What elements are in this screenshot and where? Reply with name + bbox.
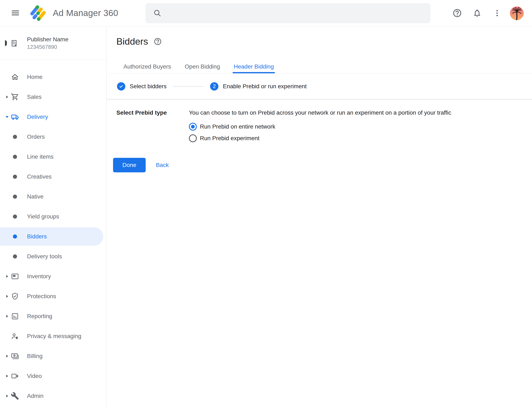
back-button[interactable]: Back (156, 162, 169, 168)
bullet-icon (11, 193, 19, 201)
step-enable-prebid[interactable]: 2 Enable Prebid or run experiment (210, 82, 306, 91)
sidebar-item-delivery[interactable]: Delivery (0, 107, 106, 127)
cart-icon (11, 93, 19, 101)
bullet-icon (11, 212, 19, 221)
sidebar-item-yield-groups[interactable]: Yield groups (0, 207, 106, 227)
bullet-icon (11, 232, 19, 241)
expand-arrow-icon (5, 315, 9, 318)
publisher-selector[interactable]: Publisher Name 1234567890 (0, 27, 106, 60)
app-title: Ad Manager 360 (53, 8, 118, 18)
shield-icon (11, 292, 19, 300)
topbar: Ad Manager 360 (0, 0, 532, 26)
radio-run-prebid-experiment[interactable]: Run Prebid experiment (189, 133, 451, 144)
publisher-id: 1234567890 (27, 44, 68, 50)
page-header: Bidders (107, 27, 532, 47)
step-completed-check-icon (117, 82, 125, 91)
hamburger-icon (11, 8, 20, 18)
tab-authorized-buyers[interactable]: Authorized Buyers (117, 60, 178, 73)
prebid-type-row: Select Prebid type You can choose to tur… (116, 109, 532, 144)
search-input[interactable] (167, 10, 424, 17)
expand-arrow-icon (5, 275, 9, 278)
radio-unselected-icon (189, 134, 197, 142)
home-icon (11, 73, 19, 81)
help-button[interactable] (451, 7, 464, 20)
expand-arrow-icon (5, 295, 9, 298)
bullet-icon (11, 172, 19, 181)
sidebar-item-line-items[interactable]: Line items (0, 147, 106, 167)
prebid-type-label: Select Prebid type (116, 109, 189, 116)
wrench-icon (11, 392, 19, 400)
help-icon (452, 8, 462, 18)
publisher-info: Publisher Name 1234567890 (27, 36, 68, 50)
stepper: Select bidders 2 Enable Prebid or run ex… (107, 73, 532, 99)
bar-chart-icon (11, 312, 19, 321)
sidebar-item-reporting[interactable]: Reporting (0, 306, 106, 326)
step-connector (173, 86, 204, 86)
bullet-icon (11, 252, 19, 261)
expand-arrow-icon (5, 95, 9, 98)
page-title: Bidders (116, 36, 148, 47)
sidebar-item-protections[interactable]: Protections (0, 286, 106, 306)
sidebar-item-inventory[interactable]: Inventory (0, 266, 106, 286)
tab-open-bidding[interactable]: Open Bidding (178, 60, 227, 73)
sidebar-item-delivery-tools[interactable]: Delivery tools (0, 246, 106, 266)
sidebar-item-bidders[interactable]: Bidders (0, 227, 106, 246)
publisher-name: Publisher Name (27, 36, 68, 43)
sidebar-item-privacy-messaging[interactable]: Privacy & messaging (0, 326, 106, 346)
building-icon (10, 39, 19, 47)
expand-arrow-icon (5, 355, 9, 358)
sidebar: Publisher Name 1234567890 Home Sales (0, 27, 106, 407)
tab-bar: Authorized Buyers Open Bidding Header Bi… (107, 60, 532, 73)
radio-run-prebid-entire-network[interactable]: Run Prebid on entire network (189, 121, 451, 133)
sidebar-item-home[interactable]: Home (0, 67, 106, 87)
tab-header-bidding[interactable]: Header Bidding (227, 60, 281, 73)
ad-manager-logo-icon[interactable] (30, 5, 46, 21)
palm-tree-avatar-image (510, 7, 524, 20)
sidebar-nav: Home Sales Delivery Orders (0, 60, 106, 406)
videocam-icon (11, 372, 19, 380)
step-select-bidders[interactable]: Select bidders (117, 82, 166, 91)
form-content: Select Prebid type You can choose to tur… (107, 99, 532, 172)
sidebar-item-orders[interactable]: Orders (0, 127, 106, 147)
prebid-type-options: You can choose to turn on Prebid across … (189, 109, 451, 144)
privacy-person-icon (11, 332, 19, 340)
vertical-dots-icon (493, 9, 501, 17)
form-actions: Done Back (113, 158, 532, 172)
page-help-button[interactable] (153, 37, 163, 47)
hamburger-menu-button[interactable] (9, 7, 22, 19)
collapse-arrow-icon (5, 116, 9, 118)
truck-icon (11, 113, 19, 121)
sidebar-item-billing[interactable]: Billing (0, 346, 106, 366)
radio-selected-icon (189, 123, 197, 131)
search-bar[interactable] (145, 3, 430, 23)
sidebar-item-video[interactable]: Video (0, 366, 106, 386)
sidebar-item-creatives[interactable]: Creatives (0, 167, 106, 187)
sidebar-item-native[interactable]: Native (0, 187, 106, 207)
expand-arrow-icon (5, 375, 9, 377)
radio-group: Run Prebid on entire network Run Prebid … (189, 121, 451, 144)
payments-icon (11, 352, 19, 360)
sidebar-item-admin[interactable]: Admin (0, 386, 106, 406)
notifications-button[interactable] (470, 7, 484, 20)
bullet-icon (11, 153, 19, 161)
sidebar-item-sales[interactable]: Sales (0, 87, 106, 107)
expand-arrow-icon (5, 395, 9, 398)
more-options-button[interactable] (491, 7, 504, 20)
main-content: Bidders Authorized Buyers Open Bidding H… (107, 27, 532, 407)
expand-arrow-icon (5, 41, 7, 45)
inventory-icon (11, 272, 19, 281)
bell-icon (473, 8, 482, 18)
bullet-icon (11, 133, 19, 141)
done-button[interactable]: Done (113, 158, 146, 172)
step-number-badge: 2 (210, 82, 218, 91)
search-icon (153, 9, 161, 18)
help-icon (153, 37, 162, 46)
user-avatar[interactable] (510, 7, 524, 20)
prebid-type-description: You can choose to turn on Prebid across … (189, 109, 451, 116)
